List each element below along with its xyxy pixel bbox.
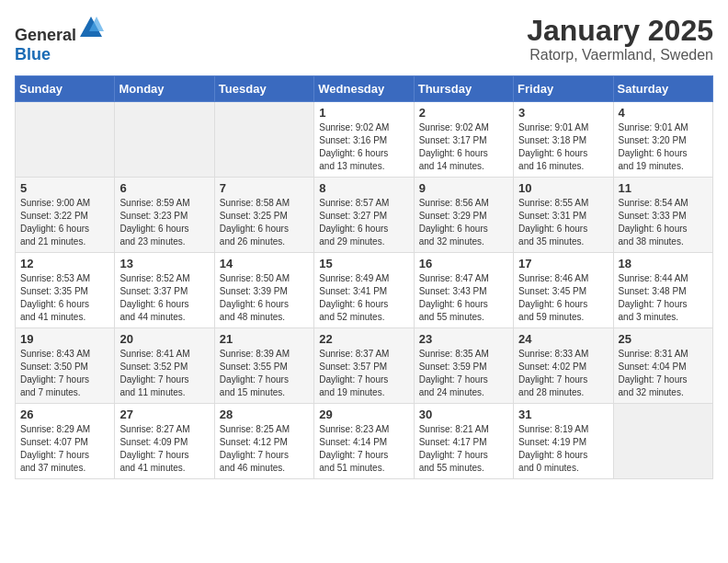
day-info: Sunrise: 8:25 AM Sunset: 4:12 PM Dayligh… [220,423,309,475]
weekday-header-tuesday: Tuesday [214,76,313,102]
weekday-header-sunday: Sunday [16,76,115,102]
calendar-cell [115,102,214,178]
day-number: 21 [220,332,309,346]
title-block: January 2025 Ratorp, Vaermland, Sweden [527,15,713,63]
day-info: Sunrise: 9:02 AM Sunset: 3:17 PM Dayligh… [419,121,508,173]
day-number: 4 [619,106,708,120]
calendar-cell: 2Sunrise: 9:02 AM Sunset: 3:17 PM Daylig… [414,102,513,178]
day-info: Sunrise: 9:01 AM Sunset: 3:20 PM Dayligh… [619,121,708,173]
calendar-week-3: 12Sunrise: 8:53 AM Sunset: 3:35 PM Dayli… [16,253,713,328]
calendar-cell: 29Sunrise: 8:23 AM Sunset: 4:14 PM Dayli… [314,404,414,479]
day-number: 26 [20,408,109,421]
day-info: Sunrise: 8:57 AM Sunset: 3:27 PM Dayligh… [319,197,408,248]
day-info: Sunrise: 8:49 AM Sunset: 3:41 PM Dayligh… [319,272,408,324]
day-info: Sunrise: 8:43 AM Sunset: 3:50 PM Dayligh… [20,348,109,399]
day-number: 10 [518,181,608,195]
day-number: 24 [518,332,608,346]
day-number: 20 [119,332,209,346]
day-info: Sunrise: 9:01 AM Sunset: 3:18 PM Dayligh… [518,121,608,173]
day-number: 25 [619,332,708,346]
day-info: Sunrise: 8:44 AM Sunset: 3:48 PM Dayligh… [619,272,708,324]
weekday-header-thursday: Thursday [414,76,513,102]
calendar-week-1: 1Sunrise: 9:02 AM Sunset: 3:16 PM Daylig… [16,102,713,178]
day-info: Sunrise: 8:59 AM Sunset: 3:23 PM Dayligh… [119,197,209,248]
day-number: 1 [319,106,408,120]
calendar-cell: 4Sunrise: 9:01 AM Sunset: 3:20 PM Daylig… [613,102,712,178]
calendar-cell [16,102,115,178]
day-info: Sunrise: 8:21 AM Sunset: 4:17 PM Dayligh… [419,423,508,475]
day-info: Sunrise: 8:27 AM Sunset: 4:09 PM Dayligh… [119,423,209,475]
calendar-cell: 31Sunrise: 8:19 AM Sunset: 4:19 PM Dayli… [514,404,613,479]
calendar-week-2: 5Sunrise: 9:00 AM Sunset: 3:22 PM Daylig… [16,178,713,253]
weekday-header-friday: Friday [514,76,613,102]
calendar-cell: 21Sunrise: 8:39 AM Sunset: 3:55 PM Dayli… [214,328,313,404]
day-number: 23 [419,332,508,346]
weekday-row: SundayMondayTuesdayWednesdayThursdayFrid… [16,76,713,102]
calendar-cell: 14Sunrise: 8:50 AM Sunset: 3:39 PM Dayli… [214,253,313,328]
calendar-cell: 25Sunrise: 8:31 AM Sunset: 4:04 PM Dayli… [613,328,712,404]
calendar-cell [214,102,313,178]
day-number: 22 [319,332,408,346]
logo-blue: Blue [15,45,51,63]
day-info: Sunrise: 8:37 AM Sunset: 3:57 PM Dayligh… [319,348,408,399]
day-number: 2 [419,106,508,120]
day-number: 14 [220,257,309,270]
day-number: 30 [419,408,508,421]
calendar-cell: 15Sunrise: 8:49 AM Sunset: 3:41 PM Dayli… [314,253,414,328]
logo-icon [78,15,104,40]
day-number: 27 [119,408,209,421]
calendar-cell: 22Sunrise: 8:37 AM Sunset: 3:57 PM Dayli… [314,328,414,404]
calendar-cell: 12Sunrise: 8:53 AM Sunset: 3:35 PM Dayli… [16,253,115,328]
calendar-cell: 11Sunrise: 8:54 AM Sunset: 3:33 PM Dayli… [613,178,712,253]
logo-text: General Blue [15,15,104,64]
calendar-cell: 8Sunrise: 8:57 AM Sunset: 3:27 PM Daylig… [314,178,414,253]
day-info: Sunrise: 8:53 AM Sunset: 3:35 PM Dayligh… [20,272,109,324]
day-number: 7 [220,181,309,195]
day-info: Sunrise: 8:31 AM Sunset: 4:04 PM Dayligh… [619,348,708,399]
calendar-cell: 17Sunrise: 8:46 AM Sunset: 3:45 PM Dayli… [514,253,613,328]
calendar-week-5: 26Sunrise: 8:29 AM Sunset: 4:07 PM Dayli… [16,404,713,479]
day-number: 15 [319,257,408,270]
day-number: 29 [319,408,408,421]
day-number: 31 [518,408,608,421]
day-info: Sunrise: 8:35 AM Sunset: 3:59 PM Dayligh… [419,348,508,399]
calendar-cell: 5Sunrise: 9:00 AM Sunset: 3:22 PM Daylig… [16,178,115,253]
calendar-cell: 20Sunrise: 8:41 AM Sunset: 3:52 PM Dayli… [115,328,214,404]
calendar-cell: 27Sunrise: 8:27 AM Sunset: 4:09 PM Dayli… [115,404,214,479]
page-header: General Blue January 2025 Ratorp, Vaerml… [15,15,713,64]
calendar-cell: 10Sunrise: 8:55 AM Sunset: 3:31 PM Dayli… [514,178,613,253]
day-number: 6 [119,181,209,195]
weekday-header-wednesday: Wednesday [314,76,414,102]
calendar-cell: 24Sunrise: 8:33 AM Sunset: 4:02 PM Dayli… [514,328,613,404]
calendar-cell: 13Sunrise: 8:52 AM Sunset: 3:37 PM Dayli… [115,253,214,328]
day-number: 11 [619,181,708,195]
day-info: Sunrise: 9:02 AM Sunset: 3:16 PM Dayligh… [319,121,408,173]
calendar-cell: 23Sunrise: 8:35 AM Sunset: 3:59 PM Dayli… [414,328,513,404]
day-info: Sunrise: 8:23 AM Sunset: 4:14 PM Dayligh… [319,423,408,475]
day-info: Sunrise: 8:33 AM Sunset: 4:02 PM Dayligh… [518,348,608,399]
location: Ratorp, Vaermland, Sweden [527,47,713,63]
calendar-cell: 30Sunrise: 8:21 AM Sunset: 4:17 PM Dayli… [414,404,513,479]
calendar-cell: 3Sunrise: 9:01 AM Sunset: 3:18 PM Daylig… [514,102,613,178]
day-number: 13 [119,257,209,270]
calendar-header: SundayMondayTuesdayWednesdayThursdayFrid… [16,76,713,102]
day-number: 17 [518,257,608,270]
day-number: 5 [20,181,109,195]
calendar-cell: 26Sunrise: 8:29 AM Sunset: 4:07 PM Dayli… [16,404,115,479]
day-info: Sunrise: 8:39 AM Sunset: 3:55 PM Dayligh… [220,348,309,399]
day-info: Sunrise: 8:55 AM Sunset: 3:31 PM Dayligh… [518,197,608,248]
day-info: Sunrise: 8:47 AM Sunset: 3:43 PM Dayligh… [419,272,508,324]
logo: General Blue [15,15,104,64]
calendar-cell: 16Sunrise: 8:47 AM Sunset: 3:43 PM Dayli… [414,253,513,328]
day-number: 28 [220,408,309,421]
weekday-header-monday: Monday [115,76,214,102]
day-info: Sunrise: 8:54 AM Sunset: 3:33 PM Dayligh… [619,197,708,248]
calendar-cell: 9Sunrise: 8:56 AM Sunset: 3:29 PM Daylig… [414,178,513,253]
calendar-cell: 7Sunrise: 8:58 AM Sunset: 3:25 PM Daylig… [214,178,313,253]
day-info: Sunrise: 9:00 AM Sunset: 3:22 PM Dayligh… [20,197,109,248]
calendar-cell: 6Sunrise: 8:59 AM Sunset: 3:23 PM Daylig… [115,178,214,253]
day-info: Sunrise: 8:29 AM Sunset: 4:07 PM Dayligh… [20,423,109,475]
day-info: Sunrise: 8:56 AM Sunset: 3:29 PM Dayligh… [419,197,508,248]
weekday-header-saturday: Saturday [613,76,712,102]
day-number: 16 [419,257,508,270]
